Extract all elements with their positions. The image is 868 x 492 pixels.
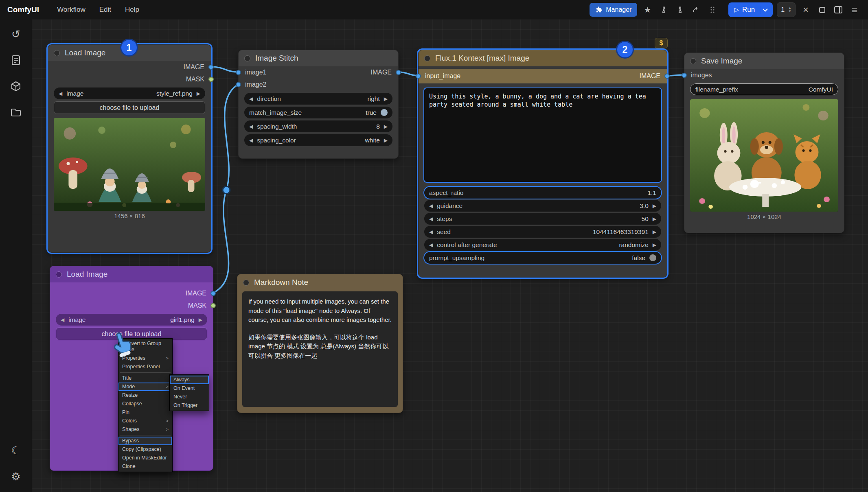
- menu-help[interactable]: Help: [119, 3, 145, 16]
- history-icon[interactable]: ↺: [8, 26, 24, 42]
- batch-count-stepper[interactable]: 1 ▲▼: [777, 2, 796, 17]
- combo-right-arrow-icon[interactable]: ▶: [384, 138, 388, 143]
- flask-icon-1[interactable]: [658, 4, 670, 16]
- steps-widget[interactable]: ◀ steps 50 ▶: [424, 213, 661, 225]
- chevron-down-icon[interactable]: [763, 7, 768, 12]
- image1-input-dot[interactable]: [236, 70, 241, 75]
- combo-right-arrow-icon[interactable]: ▶: [197, 91, 200, 96]
- menu-item-clone[interactable]: Clone: [118, 462, 172, 471]
- upload-button[interactable]: choose file to upload: [54, 101, 205, 114]
- input-slot-images[interactable]: images: [684, 69, 844, 81]
- menu-edit[interactable]: Edit: [94, 3, 117, 16]
- menu-item-copy-clipspace[interactable]: Copy (Clipspace): [118, 445, 172, 454]
- image-combo-widget[interactable]: ◀ image girl1.png ▶: [56, 314, 207, 326]
- submenu-item-always[interactable]: Always: [170, 376, 209, 384]
- toggle-knob[interactable]: [649, 254, 656, 261]
- image-output-dot[interactable]: [664, 74, 670, 79]
- output-slot-mask[interactable]: MASK: [48, 73, 211, 85]
- match-image-size-toggle-widget[interactable]: match_image_size true: [244, 107, 392, 118]
- combo-left-arrow-icon[interactable]: ◀: [429, 203, 433, 208]
- submenu-item-on-trigger[interactable]: On Trigger: [170, 401, 209, 410]
- workflows-folder-icon[interactable]: [8, 104, 24, 120]
- collapse-dot[interactable]: [244, 55, 250, 61]
- seed-widget[interactable]: ◀ seed 1044116463319391 ▶: [424, 226, 661, 238]
- combo-left-arrow-icon[interactable]: ◀: [249, 124, 253, 129]
- menu-item-properties-panel[interactable]: Properties Panel: [118, 363, 172, 371]
- menu-item-colors[interactable]: Colors>: [118, 417, 172, 425]
- menu-item-bypass[interactable]: Bypass: [118, 437, 172, 445]
- menu-item-resize[interactable]: Resize: [118, 391, 172, 400]
- node-header[interactable]: Save Image: [684, 53, 844, 69]
- input-slot-image2[interactable]: image2: [239, 79, 398, 91]
- collapse-dot[interactable]: [424, 55, 430, 61]
- prompt-textarea[interactable]: Using this style, a bunny, a dog and a c…: [423, 87, 662, 183]
- collapse-dot[interactable]: [243, 280, 249, 286]
- node-image-stitch[interactable]: Image Stitch image1 IMAGE image2 ◀ direc…: [238, 50, 399, 159]
- combo-left-arrow-icon[interactable]: ◀: [429, 230, 433, 234]
- combo-right-arrow-icon[interactable]: ▶: [653, 216, 656, 221]
- combo-right-arrow-icon[interactable]: ▶: [653, 243, 656, 247]
- star-icon[interactable]: ★: [641, 4, 653, 16]
- node-load-image[interactable]: 1 Load Image IMAGE MASK ◀ image style_re…: [48, 44, 211, 253]
- mask-output-dot[interactable]: [208, 77, 214, 82]
- prompt-upsampling-toggle-widget[interactable]: prompt_upsampling false: [424, 252, 661, 264]
- guidance-widget[interactable]: ◀ guidance 3.0 ▶: [424, 200, 661, 212]
- menu-item-title[interactable]: Title: [118, 374, 172, 383]
- image2-input-dot[interactable]: [236, 82, 241, 87]
- combo-left-arrow-icon[interactable]: ◀: [61, 317, 64, 322]
- output-slot-mask[interactable]: MASK: [50, 300, 213, 312]
- menu-item-shapes[interactable]: Shapes>: [118, 425, 172, 434]
- node-library-icon[interactable]: [8, 52, 24, 68]
- output-slot-image[interactable]: IMAGE: [48, 61, 211, 73]
- combo-right-arrow-icon[interactable]: ▶: [384, 124, 388, 129]
- maximize-icon[interactable]: [816, 4, 828, 16]
- toggle-knob[interactable]: [381, 109, 388, 116]
- output-slot-image[interactable]: IMAGE: [50, 287, 213, 300]
- combo-right-arrow-icon[interactable]: ▶: [653, 203, 656, 208]
- flask-icon-2[interactable]: [674, 4, 686, 16]
- input-slot-image1[interactable]: image1 IMAGE: [239, 66, 398, 79]
- combo-right-arrow-icon[interactable]: ▶: [653, 230, 656, 234]
- filename-prefix-widget[interactable]: filename_prefix ComfyUI: [690, 83, 838, 95]
- combo-right-arrow-icon[interactable]: ▶: [384, 96, 388, 101]
- grip-dots-icon[interactable]: [706, 4, 719, 16]
- menu-item-collapse[interactable]: Collapse: [118, 400, 172, 408]
- node-header[interactable]: Image Stitch: [239, 50, 398, 66]
- node-flux-kontext[interactable]: 2 $ Flux.1 Kontext [max] Image input_ima…: [418, 50, 667, 278]
- image-output-dot[interactable]: [208, 65, 214, 70]
- menu-item-open-maskeditor[interactable]: Open in MaskEditor: [118, 454, 172, 462]
- share-icon[interactable]: [690, 4, 702, 16]
- close-icon[interactable]: ×: [800, 4, 812, 16]
- panel-toggle-icon[interactable]: [832, 4, 844, 16]
- menu-item-mode[interactable]: Mode>: [118, 383, 172, 391]
- input-image-dot[interactable]: [416, 74, 421, 79]
- images-input-dot[interactable]: [682, 73, 687, 78]
- aspect-ratio-widget[interactable]: aspect_ratio 1:1: [424, 187, 661, 199]
- manager-button[interactable]: Manager: [590, 3, 637, 17]
- direction-combo-widget[interactable]: ◀ direction right ▶: [244, 93, 392, 105]
- menu-workflow[interactable]: Workflow: [51, 3, 91, 16]
- model-library-icon[interactable]: [8, 78, 24, 94]
- stepper-arrows-icon[interactable]: ▲▼: [788, 7, 791, 13]
- spacing-width-widget[interactable]: ◀ spacing_width 8 ▶: [244, 120, 392, 132]
- combo-left-arrow-icon[interactable]: ◀: [59, 91, 62, 96]
- node-markdown-note[interactable]: Markdown Note If you need to input multi…: [237, 274, 403, 413]
- collapse-dot[interactable]: [54, 50, 60, 56]
- menu-item-pin[interactable]: Pin: [118, 408, 172, 417]
- node-header[interactable]: Markdown Note: [237, 274, 403, 291]
- collapse-dot[interactable]: [690, 58, 696, 64]
- run-button[interactable]: ▷ Run: [728, 2, 773, 17]
- spacing-color-widget[interactable]: ◀ spacing_color white ▶: [244, 134, 392, 146]
- submenu-item-on-event[interactable]: On Event: [170, 384, 209, 393]
- node-header[interactable]: Load Image: [50, 266, 213, 282]
- collapse-dot[interactable]: [56, 271, 62, 278]
- combo-right-arrow-icon[interactable]: ▶: [199, 317, 202, 322]
- image-output-dot[interactable]: [210, 291, 216, 296]
- node-save-image[interactable]: Save Image images filename_prefix ComfyU…: [684, 52, 844, 233]
- combo-left-arrow-icon[interactable]: ◀: [429, 243, 433, 247]
- settings-gear-icon[interactable]: ⚙: [8, 468, 24, 485]
- input-slot-input-image[interactable]: input_image IMAGE: [419, 69, 667, 83]
- combo-left-arrow-icon[interactable]: ◀: [249, 138, 253, 143]
- combo-left-arrow-icon[interactable]: ◀: [249, 96, 253, 101]
- submenu-item-never[interactable]: Never: [170, 393, 209, 401]
